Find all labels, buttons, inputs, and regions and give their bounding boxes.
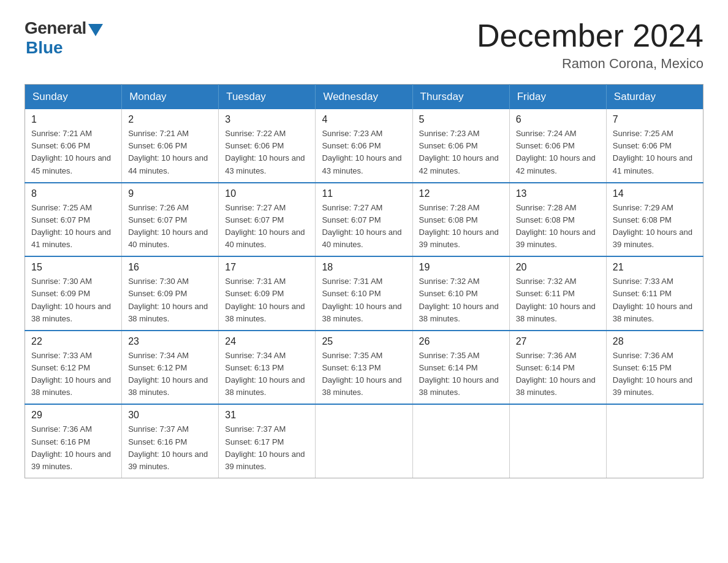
calendar-cell: 12 Sunrise: 7:28 AMSunset: 6:08 PMDaylig… <box>412 183 509 257</box>
calendar-cell: 1 Sunrise: 7:21 AMSunset: 6:06 PMDayligh… <box>25 109 122 183</box>
day-info: Sunrise: 7:35 AMSunset: 6:14 PMDaylight:… <box>419 350 503 399</box>
day-info: Sunrise: 7:23 AMSunset: 6:06 PMDaylight:… <box>322 128 406 177</box>
day-info: Sunrise: 7:33 AMSunset: 6:11 PMDaylight:… <box>613 275 697 325</box>
page-header: General Blue December 2024 Ramon Corona,… <box>25 18 703 72</box>
calendar-cell: 25 Sunrise: 7:35 AMSunset: 6:13 PMDaylig… <box>316 331 412 405</box>
day-number: 10 <box>225 188 309 199</box>
calendar-cell: 30 Sunrise: 7:37 AMSunset: 6:16 PMDaylig… <box>122 404 219 478</box>
day-info: Sunrise: 7:36 AMSunset: 6:15 PMDaylight:… <box>613 350 697 399</box>
calendar-cell: 21 Sunrise: 7:33 AMSunset: 6:11 PMDaylig… <box>606 256 703 331</box>
day-number: 16 <box>128 262 212 273</box>
day-info: Sunrise: 7:31 AMSunset: 6:10 PMDaylight:… <box>322 275 406 325</box>
day-number: 4 <box>322 114 406 125</box>
location-subtitle: Ramon Corona, Mexico <box>477 56 703 72</box>
calendar-cell: 8 Sunrise: 7:25 AMSunset: 6:07 PMDayligh… <box>25 183 122 257</box>
day-number: 13 <box>516 188 600 199</box>
day-info: Sunrise: 7:36 AMSunset: 6:14 PMDaylight:… <box>516 350 600 399</box>
day-info: Sunrise: 7:27 AMSunset: 6:07 PMDaylight:… <box>225 202 309 251</box>
day-info: Sunrise: 7:32 AMSunset: 6:10 PMDaylight:… <box>419 275 503 325</box>
day-number: 30 <box>128 410 212 421</box>
day-number: 1 <box>31 114 115 125</box>
header-sunday: Sunday <box>25 85 122 110</box>
header-thursday: Thursday <box>412 85 509 110</box>
calendar-table: SundayMondayTuesdayWednesdayThursdayFrid… <box>25 84 703 478</box>
day-info: Sunrise: 7:37 AMSunset: 6:17 PMDaylight:… <box>225 423 309 473</box>
logo: General Blue <box>25 18 103 58</box>
calendar-cell: 4 Sunrise: 7:23 AMSunset: 6:06 PMDayligh… <box>316 109 412 183</box>
day-number: 3 <box>225 114 309 125</box>
calendar-week-row: 8 Sunrise: 7:25 AMSunset: 6:07 PMDayligh… <box>25 183 703 257</box>
calendar-week-row: 1 Sunrise: 7:21 AMSunset: 6:06 PMDayligh… <box>25 109 703 183</box>
day-info: Sunrise: 7:37 AMSunset: 6:16 PMDaylight:… <box>128 423 212 473</box>
calendar-cell: 11 Sunrise: 7:27 AMSunset: 6:07 PMDaylig… <box>316 183 412 257</box>
day-number: 2 <box>128 114 212 125</box>
day-number: 22 <box>31 336 115 347</box>
day-info: Sunrise: 7:29 AMSunset: 6:08 PMDaylight:… <box>613 202 697 251</box>
logo-arrow-icon <box>88 24 103 36</box>
day-info: Sunrise: 7:36 AMSunset: 6:16 PMDaylight:… <box>31 423 115 473</box>
day-number: 17 <box>225 262 309 273</box>
header-tuesday: Tuesday <box>219 85 316 110</box>
calendar-cell: 3 Sunrise: 7:22 AMSunset: 6:06 PMDayligh… <box>219 109 316 183</box>
day-number: 6 <box>516 114 600 125</box>
logo-blue-text: Blue <box>26 38 63 58</box>
day-number: 24 <box>225 336 309 347</box>
month-title: December 2024 <box>477 18 703 53</box>
day-number: 14 <box>613 188 697 199</box>
calendar-week-row: 22 Sunrise: 7:33 AMSunset: 6:12 PMDaylig… <box>25 331 703 405</box>
day-info: Sunrise: 7:26 AMSunset: 6:07 PMDaylight:… <box>128 202 212 251</box>
day-info: Sunrise: 7:23 AMSunset: 6:06 PMDaylight:… <box>419 128 503 177</box>
day-number: 27 <box>516 336 600 347</box>
calendar-cell: 29 Sunrise: 7:36 AMSunset: 6:16 PMDaylig… <box>25 404 122 478</box>
calendar-cell: 14 Sunrise: 7:29 AMSunset: 6:08 PMDaylig… <box>606 183 703 257</box>
day-number: 15 <box>31 262 115 273</box>
day-info: Sunrise: 7:25 AMSunset: 6:07 PMDaylight:… <box>31 202 115 251</box>
calendar-cell <box>606 404 703 478</box>
day-number: 21 <box>613 262 697 273</box>
calendar-cell: 10 Sunrise: 7:27 AMSunset: 6:07 PMDaylig… <box>219 183 316 257</box>
day-number: 19 <box>419 262 503 273</box>
calendar-week-row: 29 Sunrise: 7:36 AMSunset: 6:16 PMDaylig… <box>25 404 703 478</box>
calendar-week-row: 15 Sunrise: 7:30 AMSunset: 6:09 PMDaylig… <box>25 256 703 331</box>
calendar-cell: 16 Sunrise: 7:30 AMSunset: 6:09 PMDaylig… <box>122 256 219 331</box>
day-number: 9 <box>128 188 212 199</box>
day-info: Sunrise: 7:35 AMSunset: 6:13 PMDaylight:… <box>322 350 406 399</box>
day-info: Sunrise: 7:22 AMSunset: 6:06 PMDaylight:… <box>225 128 309 177</box>
logo-general-text: General <box>25 18 86 38</box>
day-info: Sunrise: 7:21 AMSunset: 6:06 PMDaylight:… <box>31 128 115 177</box>
calendar-cell: 22 Sunrise: 7:33 AMSunset: 6:12 PMDaylig… <box>25 331 122 405</box>
calendar-cell: 18 Sunrise: 7:31 AMSunset: 6:10 PMDaylig… <box>316 256 412 331</box>
day-info: Sunrise: 7:21 AMSunset: 6:06 PMDaylight:… <box>128 128 212 177</box>
calendar-cell: 27 Sunrise: 7:36 AMSunset: 6:14 PMDaylig… <box>509 331 606 405</box>
day-number: 28 <box>613 336 697 347</box>
day-info: Sunrise: 7:30 AMSunset: 6:09 PMDaylight:… <box>31 275 115 325</box>
header-friday: Friday <box>509 85 606 110</box>
calendar-cell: 28 Sunrise: 7:36 AMSunset: 6:15 PMDaylig… <box>606 331 703 405</box>
day-info: Sunrise: 7:28 AMSunset: 6:08 PMDaylight:… <box>419 202 503 251</box>
day-number: 20 <box>516 262 600 273</box>
calendar-cell: 20 Sunrise: 7:32 AMSunset: 6:11 PMDaylig… <box>509 256 606 331</box>
day-number: 23 <box>128 336 212 347</box>
calendar-cell: 24 Sunrise: 7:34 AMSunset: 6:13 PMDaylig… <box>219 331 316 405</box>
day-info: Sunrise: 7:34 AMSunset: 6:13 PMDaylight:… <box>225 350 309 399</box>
header-saturday: Saturday <box>606 85 703 110</box>
day-info: Sunrise: 7:32 AMSunset: 6:11 PMDaylight:… <box>516 275 600 325</box>
day-info: Sunrise: 7:25 AMSunset: 6:06 PMDaylight:… <box>613 128 697 177</box>
calendar-cell: 23 Sunrise: 7:34 AMSunset: 6:12 PMDaylig… <box>122 331 219 405</box>
day-info: Sunrise: 7:30 AMSunset: 6:09 PMDaylight:… <box>128 275 212 325</box>
calendar-cell: 5 Sunrise: 7:23 AMSunset: 6:06 PMDayligh… <box>412 109 509 183</box>
day-number: 7 <box>613 114 697 125</box>
day-number: 25 <box>322 336 406 347</box>
calendar-cell: 6 Sunrise: 7:24 AMSunset: 6:06 PMDayligh… <box>509 109 606 183</box>
calendar-cell: 15 Sunrise: 7:30 AMSunset: 6:09 PMDaylig… <box>25 256 122 331</box>
calendar-cell: 31 Sunrise: 7:37 AMSunset: 6:17 PMDaylig… <box>219 404 316 478</box>
calendar-cell: 13 Sunrise: 7:28 AMSunset: 6:08 PMDaylig… <box>509 183 606 257</box>
calendar-cell: 26 Sunrise: 7:35 AMSunset: 6:14 PMDaylig… <box>412 331 509 405</box>
day-number: 31 <box>225 410 309 421</box>
calendar-header-row: SundayMondayTuesdayWednesdayThursdayFrid… <box>25 85 703 110</box>
title-section: December 2024 Ramon Corona, Mexico <box>477 18 703 72</box>
day-number: 11 <box>322 188 406 199</box>
calendar-cell: 17 Sunrise: 7:31 AMSunset: 6:09 PMDaylig… <box>219 256 316 331</box>
day-number: 5 <box>419 114 503 125</box>
day-number: 26 <box>419 336 503 347</box>
